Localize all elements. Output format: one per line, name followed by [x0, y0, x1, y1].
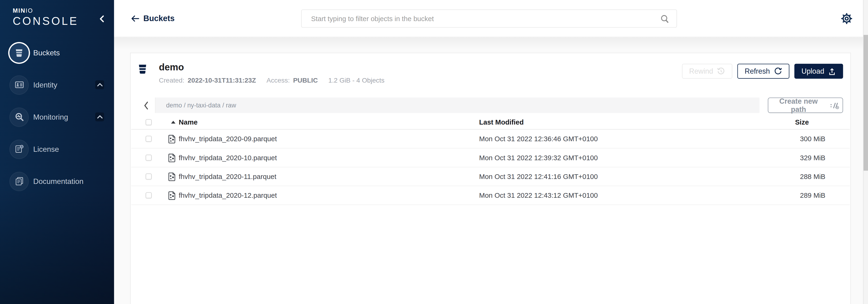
logo-minio: MINIO [13, 8, 79, 14]
object-file-icon [168, 134, 176, 143]
bucket-name-title: demo [159, 62, 384, 73]
object-last-modified: Mon Oct 31 2022 12:39:32 GMT+0100 [479, 154, 754, 162]
table-body: fhvhv_tripdata_2020-09.parquet Mon Oct 3… [131, 130, 850, 205]
table-header-row: Name Last Modified Size [131, 115, 850, 130]
table-row[interactable]: fhvhv_tripdata_2020-12.parquet Mon Oct 3… [131, 186, 850, 205]
object-name[interactable]: fhvhv_tripdata_2020-10.parquet [179, 154, 277, 162]
sidebar-item-license[interactable]: License [9, 137, 114, 161]
filter-objects-search [301, 9, 677, 28]
upload-button[interactable]: Upload [794, 64, 843, 79]
bucket-actions: Rewind Refresh [682, 64, 843, 79]
vertical-scrollbar[interactable] [863, 0, 868, 304]
license-icon [9, 139, 29, 159]
topbar: Buckets [114, 0, 868, 37]
sidebar-item-identity[interactable]: Identity [9, 73, 114, 97]
logo-console: CONSOLE [13, 16, 79, 27]
column-header-last-modified[interactable]: Last Modified [479, 118, 753, 126]
rewind-button[interactable]: Rewind [682, 64, 733, 79]
scrollbar-thumb[interactable] [864, 35, 868, 171]
refresh-button[interactable]: Refresh [738, 64, 789, 79]
bucket-icon [9, 43, 29, 62]
row-checkbox[interactable] [146, 192, 152, 198]
table-row[interactable]: fhvhv_tripdata_2020-11.parquet Mon Oct 3… [131, 167, 850, 186]
sidebar-collapse-icon[interactable] [98, 14, 106, 23]
topbar-title[interactable]: Buckets [144, 14, 175, 23]
bucket-panel: demo Created: 2022-10-31T11:31:23Z Acces… [130, 53, 851, 304]
object-last-modified: Mon Oct 31 2022 12:41:16 GMT+0100 [479, 173, 754, 181]
sidebar-nav: Buckets Identity [0, 40, 114, 193]
sort-asc-icon[interactable] [171, 121, 176, 123]
row-checkbox[interactable] [146, 173, 152, 179]
object-last-modified: Mon Oct 31 2022 12:43:12 GMT+0100 [479, 191, 754, 199]
created-value: 2022-10-31T11:31:23Z [188, 76, 256, 84]
refresh-icon [774, 67, 782, 75]
sidebar-item-documentation[interactable]: Documentation [9, 169, 114, 193]
access-value: PUBLIC [293, 76, 318, 84]
access-label: Access: [267, 76, 290, 84]
identity-card-icon [9, 75, 29, 94]
back-to-buckets[interactable]: Buckets [130, 14, 175, 23]
object-file-icon [168, 153, 176, 162]
row-checkbox[interactable] [146, 136, 152, 142]
upload-icon [828, 67, 836, 75]
content-area: demo Created: 2022-10-31T11:31:23Z Acces… [114, 37, 868, 304]
object-name[interactable]: fhvhv_tripdata_2020-11.parquet [179, 173, 276, 181]
chevron-up-icon[interactable] [95, 113, 104, 121]
sidebar-item-label: Identity [33, 81, 57, 89]
rewind-icon [717, 67, 725, 75]
sidebar-item-monitoring[interactable]: Monitoring [9, 105, 114, 129]
create-new-path-button[interactable]: Create new path [768, 98, 843, 113]
column-header-name[interactable]: Name [179, 118, 197, 126]
created-label: Created: [159, 76, 184, 84]
back-arrow-icon[interactable] [130, 14, 140, 22]
settings-gear-icon[interactable] [840, 12, 853, 25]
object-last-modified: Mon Oct 31 2022 12:36:46 GMT+0100 [479, 135, 754, 143]
select-all-checkbox[interactable] [146, 119, 152, 125]
object-size: 288 MiB [754, 173, 850, 181]
sidebar-item-label: Documentation [33, 177, 84, 185]
object-name[interactable]: fhvhv_tripdata_2020-09.parquet [179, 135, 277, 143]
column-header-size[interactable]: Size [754, 118, 850, 126]
table-row[interactable]: fhvhv_tripdata_2020-09.parquet Mon Oct 3… [131, 130, 850, 148]
create-path-icon [830, 101, 839, 109]
sidebar-item-buckets[interactable]: Buckets [9, 40, 114, 65]
object-size: 329 MiB [754, 154, 850, 162]
path-row: demo / ny-taxi-data / raw Create new pat… [137, 98, 843, 113]
documentation-icon [9, 171, 29, 191]
object-file-icon [168, 191, 176, 200]
bucket-icon [137, 63, 148, 75]
breadcrumb[interactable]: demo / ny-taxi-data / raw [156, 98, 236, 113]
sidebar-item-label: Monitoring [33, 113, 68, 121]
object-name[interactable]: fhvhv_tripdata_2020-12.parquet [179, 191, 277, 199]
filter-objects-input[interactable] [310, 14, 660, 23]
sidebar: MINIO CONSOLE Buckets [0, 0, 114, 304]
search-icon [660, 14, 669, 23]
minio-console-logo: MINIO CONSOLE [13, 8, 79, 27]
sidebar-item-label: License [33, 145, 59, 153]
row-checkbox[interactable] [146, 155, 152, 161]
table-row[interactable]: fhvhv_tripdata_2020-10.parquet Mon Oct 3… [131, 148, 850, 167]
object-size: 300 MiB [754, 135, 850, 143]
bucket-header: demo Created: 2022-10-31T11:31:23Z Acces… [130, 53, 850, 84]
object-file-icon [168, 172, 176, 181]
minio-console-window: MINIO CONSOLE Buckets [0, 0, 868, 304]
path-back-chevron-icon[interactable] [137, 98, 156, 113]
chevron-up-icon[interactable] [95, 80, 104, 89]
object-size: 289 MiB [754, 191, 850, 199]
bucket-meta: Created: 2022-10-31T11:31:23Z Access: PU… [159, 76, 384, 84]
bucket-size-summary: 1.2 GiB - 4 Objects [328, 76, 384, 84]
monitoring-icon [9, 107, 29, 127]
objects-table: Name Last Modified Size fhvhv_tripdata_2… [131, 115, 850, 205]
sidebar-item-label: Buckets [33, 49, 60, 57]
path-breadcrumb-bar: demo / ny-taxi-data / raw [137, 98, 760, 113]
